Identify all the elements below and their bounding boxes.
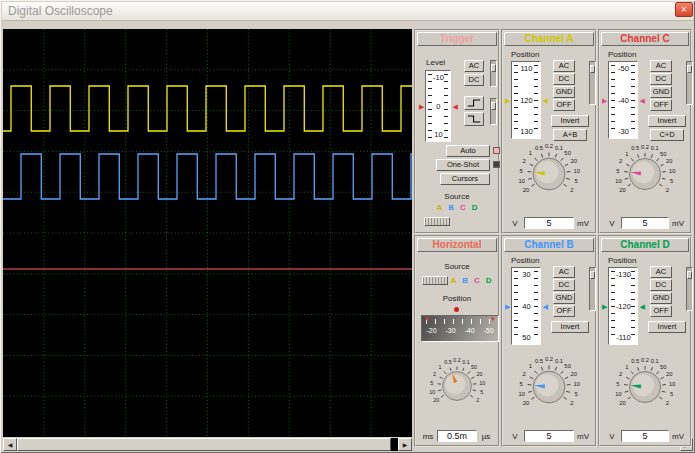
scale-value: 5 [621, 430, 669, 442]
slider-thumb[interactable] [590, 65, 595, 73]
channel-b-fine-slider[interactable] [589, 267, 596, 311]
window-titlebar[interactable]: Digital Oscilloscope [2, 2, 693, 21]
trigger-source-slider[interactable] [424, 217, 450, 226]
channel-c-gnd-button[interactable]: GND [650, 86, 672, 98]
trigger-level-slider[interactable]: ▶ -10 0 10 ◀ [419, 70, 458, 142]
channel-d-ac-button[interactable]: AC [650, 266, 672, 278]
channel-b-position-slider[interactable]: ▶ 30 40 50 ◀ [505, 267, 548, 345]
trigger-coupling-slider[interactable] [490, 60, 497, 87]
trigger-cursors-button[interactable]: Cursors [440, 173, 490, 185]
source-a-label[interactable]: A [436, 203, 442, 212]
channel-b-invert-button[interactable]: Invert [551, 321, 589, 333]
position-tick-labels: 110 120 130 [512, 64, 540, 136]
channel-a-fine-slider[interactable] [589, 61, 596, 105]
auto-led [493, 147, 500, 154]
trigger-edge-slider[interactable] [490, 98, 497, 125]
channel-c-fine-slider[interactable] [686, 61, 693, 105]
channel-b-dc-button[interactable]: DC [553, 279, 575, 291]
channel-c-scale-knob[interactable]: 20105210.50.20.150201052 [603, 133, 687, 215]
timebase-readout: ms 0.5m µs [421, 430, 493, 442]
unit-right-label: mV [671, 432, 685, 441]
channel-c-ac-button[interactable]: AC [650, 60, 672, 72]
svg-text:10: 10 [574, 168, 581, 174]
svg-text:5: 5 [575, 178, 579, 184]
channel-a-ac-button[interactable]: AC [553, 60, 575, 72]
source-d-label[interactable]: D [486, 276, 492, 285]
source-c-label[interactable]: C [474, 276, 480, 285]
channel-b-gnd-button[interactable]: GND [553, 292, 575, 304]
unit-right-label: mV [671, 219, 685, 228]
trigger-ac-button[interactable]: AC [464, 60, 484, 72]
trigger-dc-button[interactable]: DC [464, 74, 484, 86]
trigger-one-shot-button[interactable]: One-Shot [436, 159, 490, 171]
position-label: Position [511, 256, 539, 265]
channel-d-scale-knob[interactable]: 20105210.50.20.150201052 [603, 346, 687, 428]
svg-text:2: 2 [476, 397, 479, 403]
channel-a-position-slider[interactable]: ▶ 110 120 130 ◀ [505, 61, 548, 139]
svg-text:0.5: 0.5 [631, 358, 639, 364]
position-tick-labels: 30 40 50 [512, 270, 540, 342]
svg-text:0.1: 0.1 [555, 358, 563, 364]
trigger-falling-edge-button[interactable] [464, 112, 484, 126]
channel-b-ac-button[interactable]: AC [553, 266, 575, 278]
horizontal-panel-title: Horizontal [417, 238, 497, 252]
svg-text:2: 2 [666, 400, 669, 406]
svg-text:50: 50 [660, 151, 666, 157]
channel-d-off-button[interactable]: OFF [650, 305, 672, 317]
source-b-label[interactable]: B [448, 203, 454, 212]
source-b-label[interactable]: B [462, 276, 468, 285]
channel-a-panel: Channel A Position ▶ 110 120 130 ◀ [501, 29, 597, 234]
svg-text:20: 20 [666, 371, 672, 377]
source-d-label[interactable]: D [472, 203, 478, 212]
scroll-track[interactable] [391, 438, 398, 451]
svg-text:1: 1 [439, 364, 442, 370]
timebase-knob[interactable]: 20105210.50.20.150201052 [418, 344, 496, 428]
horizontal-source-label: Source [418, 262, 496, 271]
position-arrow-right-icon: ◀ [639, 303, 644, 310]
channel-a-invert-button[interactable]: Invert [551, 115, 589, 127]
horizontal-position-slider[interactable]: ▼ ▼ -20 -30 -40 -50 [421, 315, 499, 342]
channel-d-position-slider[interactable]: ▶ -130 -120 -110 ◀ [602, 267, 645, 345]
scroll-thumb[interactable] [17, 438, 391, 451]
trigger-rising-edge-button[interactable] [464, 96, 484, 110]
svg-text:20: 20 [571, 158, 578, 164]
channel-b-off-button[interactable]: OFF [553, 305, 575, 317]
horizontal-position-label: Position [418, 294, 496, 303]
position-arrow-left-icon: ▶ [602, 97, 607, 104]
channel-d-invert-button[interactable]: Invert [648, 321, 686, 333]
channel-d-title: Channel D [601, 238, 689, 252]
slider-thumb[interactable] [687, 271, 692, 279]
horizontal-source-slider[interactable] [422, 276, 448, 285]
trigger-auto-button[interactable]: Auto [446, 145, 490, 157]
channel-a-off-button[interactable]: OFF [553, 99, 575, 111]
trigger-source-selector[interactable]: A B C D [418, 203, 496, 212]
channel-d-gnd-button[interactable]: GND [650, 292, 672, 304]
slider-thumb[interactable] [491, 64, 496, 72]
scroll-left-button[interactable]: ◀ [3, 438, 17, 451]
channel-c-invert-button[interactable]: Invert [648, 115, 686, 127]
channel-a-scale-knob[interactable]: 20105210.50.20.150201052 [506, 133, 592, 215]
channel-a-dc-button[interactable]: DC [553, 73, 575, 85]
channel-d-fine-slider[interactable] [686, 267, 693, 311]
channel-b-scale-knob[interactable]: 20105210.50.20.150201052 [506, 346, 592, 428]
scope-h-scrollbar[interactable]: ◀ ▶ [3, 438, 412, 451]
channel-a-gnd-button[interactable]: GND [553, 86, 575, 98]
slider-thumb[interactable] [590, 271, 595, 279]
position-arrow-left-icon: ▶ [505, 303, 510, 310]
source-c-label[interactable]: C [460, 203, 466, 212]
svg-text:50: 50 [660, 364, 666, 370]
slider-thumb[interactable] [687, 65, 692, 73]
svg-text:5: 5 [616, 381, 619, 387]
channel-c-position-slider[interactable]: ▶ -50 -40 -30 ◀ [602, 61, 645, 139]
svg-text:0.5: 0.5 [535, 145, 544, 151]
channel-c-dc-button[interactable]: DC [650, 73, 672, 85]
source-a-label[interactable]: A [450, 276, 456, 285]
scroll-right-button[interactable]: ▶ [398, 438, 412, 451]
horizontal-source-selector[interactable]: A B C D [448, 276, 494, 285]
tick-label: -50 [483, 327, 493, 334]
channel-c-off-button[interactable]: OFF [650, 99, 672, 111]
close-button[interactable]: × [675, 2, 693, 17]
channel-d-dc-button[interactable]: DC [650, 279, 672, 291]
knob-dial: 20105210.50.20.150201052 [603, 133, 687, 215]
slider-thumb[interactable] [491, 102, 496, 110]
